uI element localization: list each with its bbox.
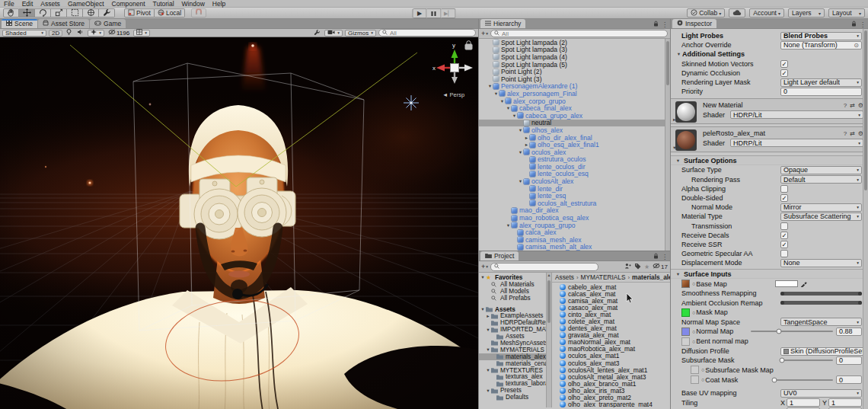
transform-tool-button[interactable] — [83, 8, 99, 18]
hierarchy-item[interactable]: Spot Light lampada (3) — [479, 46, 670, 54]
hierarchy-item[interactable]: calca_alex — [479, 228, 670, 236]
project-folder-item[interactable]: texturas_labora — [479, 380, 546, 387]
base-color-swatch[interactable] — [775, 280, 798, 287]
hierarchy-item[interactable]: Point Light (2) — [479, 68, 670, 75]
tiling-y-field[interactable]: 1 — [828, 398, 862, 407]
rendering-pass-dropdown[interactable]: Default▾ — [780, 175, 862, 184]
pause-button[interactable] — [427, 8, 442, 18]
shader-dropdown[interactable]: HDRP/Lit▾ — [730, 139, 863, 147]
project-folder-item[interactable]: All Prefabs — [479, 295, 546, 302]
project-folders-scrollbar[interactable]: ▲ — [546, 273, 552, 407]
transmission-checkbox[interactable] — [780, 222, 788, 230]
project-folder-item[interactable]: ▼IMPORTED_MAY — [479, 326, 546, 333]
local-toggle-button[interactable]: Local — [155, 8, 185, 18]
hierarchy-item[interactable]: mao_dir_alex — [479, 207, 670, 215]
normal-map-strength-slider[interactable] — [751, 331, 833, 332]
material-asset-item[interactable]: olho_alex_transparente_mat4 — [552, 401, 670, 407]
rendering-layer-mask-dropdown[interactable]: Light Layer default▾ — [780, 78, 862, 87]
hierarchy-item[interactable]: neutral — [479, 120, 670, 127]
hierarchy-item[interactable]: ▼cabeca_grupo_alex — [479, 112, 670, 120]
mask-map-thumbnail[interactable] — [681, 308, 690, 317]
hierarchy-item[interactable]: ▼oculosAlt_alex — [479, 177, 670, 185]
normal-map-strength-value[interactable]: 0.88 — [836, 328, 862, 336]
hierarchy-item[interactable]: ▼cabeca_final_alex — [479, 104, 670, 112]
menu-help[interactable]: Help — [212, 0, 225, 8]
scene-audio-toggle[interactable] — [75, 30, 85, 37]
hierarchy-item[interactable]: estrutura_oculos — [479, 156, 670, 164]
smoothness-remapping-slider[interactable] — [780, 292, 862, 296]
surface-type-dropdown[interactable]: Opaque▾ — [780, 166, 862, 174]
hierarchy-item[interactable]: lente_oculos_dir — [479, 163, 670, 171]
hierarchy-item[interactable]: Point Light (3) — [479, 75, 670, 83]
tab-game[interactable]: Game — [90, 19, 126, 28]
hierarchy-item[interactable]: oculos_alt_estrutura — [479, 200, 670, 207]
breadcrumb-mymaterials[interactable]: MYMATERIALS — [581, 273, 626, 281]
scene-lighting-toggle[interactable] — [65, 30, 73, 37]
project-hidden-count[interactable]: 17 — [653, 263, 668, 270]
tab-scene[interactable]: Scene — [2, 19, 37, 28]
snap-button[interactable] — [191, 8, 206, 18]
displacement-mode-dropdown[interactable]: None▾ — [780, 259, 862, 267]
normal-mode-dropdown[interactable]: Mirror▾ — [780, 203, 862, 212]
receive-decals-checkbox[interactable]: ✓ — [780, 232, 788, 239]
scene-search-input[interactable]: All — [378, 29, 476, 37]
menu-gameobject[interactable]: GameObject — [68, 0, 104, 8]
lock-icon[interactable] — [653, 21, 659, 28]
scale-tool-button[interactable] — [51, 8, 67, 18]
project-folder-item[interactable]: HDRPDefaultRes — [479, 319, 546, 326]
help-icon[interactable]: ? — [844, 130, 847, 137]
project-search-input[interactable] — [490, 263, 598, 271]
panel-menu-icon[interactable]: ⋮ — [662, 21, 668, 28]
geometric-specular-aa-checkbox[interactable] — [780, 250, 788, 257]
hierarchy-item[interactable]: ▼alex_corpo_grupo — [479, 97, 670, 105]
bent-normal-thumbnail[interactable] — [681, 337, 690, 346]
menu-window[interactable]: Window — [182, 0, 205, 8]
hierarchy-item[interactable]: ►olho_dir_alex_final — [479, 134, 670, 142]
hierarchy-item[interactable]: ▼PersonagemAlexandre (1) — [479, 83, 670, 91]
hierarchy-item[interactable]: Spot Light lampada (2) — [479, 39, 670, 46]
hierarchy-item[interactable]: lente_esq — [479, 192, 670, 200]
tab-inspector[interactable]: Inspector — [672, 19, 716, 28]
normal-map-space-dropdown[interactable]: TangentSpace▾ — [780, 318, 862, 326]
project-folder-item[interactable]: ▼MYTEXTURES — [479, 367, 546, 374]
help-icon[interactable]: ? — [844, 102, 847, 109]
inspector-scrollbar[interactable] — [863, 29, 868, 409]
coat-mask-slider[interactable] — [772, 379, 833, 381]
hierarchy-item[interactable]: lente_oculos_esq — [479, 171, 670, 178]
hierarchy-item[interactable]: ▼oculos_alex — [479, 149, 670, 156]
menu-component[interactable]: Component — [112, 0, 145, 8]
scene-grid-dropdown[interactable]: ▾ — [133, 30, 150, 37]
hierarchy-item[interactable]: ▼alex_roupas_grupo — [479, 222, 670, 229]
lock-icon[interactable] — [653, 253, 659, 260]
project-folder-item[interactable]: All Materials — [479, 281, 546, 288]
project-folder-item[interactable]: ►ExampleAssets — [479, 312, 546, 319]
anchor-override-field[interactable]: None (Transform)⊙ — [780, 41, 862, 50]
project-folder-item[interactable]: MeshSyncAssets — [479, 340, 546, 347]
shader-dropdown[interactable]: HDRP/Lit▾ — [730, 110, 863, 119]
menu-edit[interactable]: Edit — [22, 0, 34, 8]
project-folder-item[interactable]: materials_cena — [479, 360, 546, 367]
project-folder-item[interactable]: materials_alex — [479, 353, 546, 360]
lock-icon[interactable] — [851, 21, 857, 28]
custom-tool-button[interactable] — [99, 8, 115, 18]
subsurface-mask-value[interactable]: 0 — [836, 356, 862, 365]
panel-menu-icon[interactable]: ⋮ — [860, 21, 866, 28]
light-probes-dropdown[interactable]: Blend Probes▾ — [780, 32, 862, 40]
additional-settings-foldout[interactable]: ▼ Additional Settings — [671, 50, 868, 59]
texture-slot-icon[interactable]: ○ — [701, 377, 704, 382]
account-dropdown[interactable]: Account▾ — [749, 8, 784, 18]
hierarchy-item[interactable]: lente_dir — [479, 185, 670, 193]
project-folder-item[interactable]: All Models — [479, 288, 546, 295]
texture-slot-icon[interactable]: ○ — [701, 367, 704, 372]
material-type-dropdown[interactable]: Subsurface Scattering▾ — [780, 212, 862, 221]
diffusion-profile-field[interactable]: Skin (DiffusionProfileSettings)⊙ — [780, 347, 868, 356]
breadcrumb-assets[interactable]: Assets — [555, 273, 574, 281]
panel-menu-icon[interactable]: ⋮ — [662, 254, 668, 260]
project-folder-item[interactable]: texturas_alex — [479, 373, 546, 380]
texture-slot-icon[interactable]: ○ — [692, 281, 695, 286]
receive-ssr-checkbox[interactable]: ✓ — [780, 241, 788, 248]
tiling-x-field[interactable]: 1 — [787, 398, 820, 407]
base-map-thumbnail[interactable] — [681, 280, 690, 288]
project-folder-item[interactable]: Defaults — [479, 394, 546, 401]
cloud-button[interactable] — [729, 8, 745, 18]
